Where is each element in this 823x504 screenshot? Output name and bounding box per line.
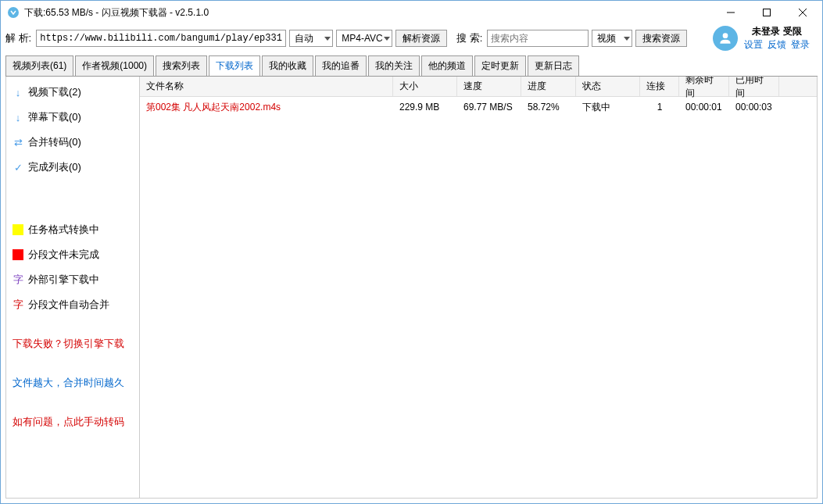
- window-title: 下载:65.53 MB/s - 闪豆视频下载器 - v2.5.1.0: [24, 6, 713, 20]
- cell-status: 下载中: [576, 101, 640, 114]
- url-input[interactable]: [36, 30, 286, 47]
- legend-label: 任务格式转换中: [28, 223, 99, 237]
- cell-filename: 第002集 凡人风起天南2002.m4s: [140, 101, 393, 114]
- legend-item: 分段文件未完成: [11, 245, 134, 264]
- user-links: 未登录 受限 设置 反馈 登录: [744, 25, 810, 52]
- main-panel: 文件名称 大小 速度 进度 状态 连接 剩余时间 已用时间 第002集 凡人风起…: [140, 77, 818, 499]
- legend-char-icon: 字: [13, 273, 23, 287]
- maximize-button[interactable]: [749, 1, 785, 24]
- legend-color-box: [13, 249, 23, 260]
- chevron-down-icon: [384, 37, 390, 41]
- col-header-conn[interactable]: 连接: [640, 77, 679, 96]
- parse-label: 解 析:: [5, 31, 31, 45]
- app-window: 下载:65.53 MB/s - 闪豆视频下载器 - v2.5.1.0 解 析: …: [0, 0, 823, 504]
- search-button[interactable]: 搜索资源: [635, 30, 687, 47]
- col-header-remain[interactable]: 剩余时间: [679, 77, 729, 96]
- chevron-down-icon: [324, 37, 331, 41]
- user-area: 未登录 受限 设置 反馈 登录: [713, 25, 818, 52]
- legend-item: 字 分段文件自动合并: [11, 295, 134, 314]
- window-controls: [713, 1, 821, 24]
- col-header-elapsed[interactable]: 已用时间: [729, 77, 779, 96]
- toolbar: 解 析: 自动 MP4-AVC 解析资源 搜 索: 视频 搜索资源 未登录 受限…: [1, 24, 822, 52]
- sidebar-note-switch-engine[interactable]: 下载失败？切换引擎下载: [11, 334, 134, 353]
- sidebar-item-label: 合并转码(0): [28, 135, 81, 149]
- sidebar-item-label: 弹幕下载(0): [28, 110, 81, 124]
- tab-7[interactable]: 他的频道: [421, 55, 473, 76]
- tab-3[interactable]: 下载列表: [209, 55, 260, 76]
- auto-combo[interactable]: 自动: [289, 30, 333, 47]
- tab-9[interactable]: 更新日志: [528, 55, 579, 76]
- download-icon: ↓: [13, 87, 23, 98]
- legend-char-icon: 字: [13, 298, 23, 312]
- sidebar-item-danmu-download[interactable]: ↓ 弹幕下载(0): [11, 108, 134, 127]
- search-type-combo[interactable]: 视频: [592, 30, 632, 47]
- sidebar-item-label: 视频下载(2): [28, 85, 81, 99]
- col-header-name[interactable]: 文件名称: [140, 77, 393, 96]
- avatar[interactable]: [713, 26, 738, 51]
- table-header: 文件名称 大小 速度 进度 状态 连接 剩余时间 已用时间: [140, 77, 817, 97]
- cell-elapsed: 00:00:03: [729, 102, 779, 113]
- sidebar: ↓ 视频下载(2) ↓ 弹幕下载(0) ⇄ 合并转码(0) ✓ 完成列表(0) …: [5, 77, 140, 499]
- cell-progress: 58.72%: [521, 102, 576, 113]
- cell-size: 229.9 MB: [393, 102, 457, 113]
- parse-button[interactable]: 解析资源: [395, 30, 447, 47]
- cell-conn: 1: [640, 102, 679, 113]
- tab-8[interactable]: 定时更新: [474, 55, 526, 76]
- col-header-progress[interactable]: 进度: [521, 77, 576, 96]
- sidebar-item-video-download[interactable]: ↓ 视频下载(2): [11, 83, 134, 102]
- col-header-size[interactable]: 大小: [393, 77, 457, 96]
- chevron-down-icon: [624, 37, 630, 41]
- check-icon: ✓: [13, 162, 23, 173]
- content: ↓ 视频下载(2) ↓ 弹幕下载(0) ⇄ 合并转码(0) ✓ 完成列表(0) …: [5, 76, 818, 499]
- table-row[interactable]: 第002集 凡人风起天南2002.m4s 229.9 MB 69.77 MB/S…: [140, 97, 817, 117]
- minimize-button[interactable]: [713, 1, 749, 24]
- legend-item: 字 外部引擎下载中: [11, 270, 134, 289]
- login-link[interactable]: 登录: [791, 38, 810, 52]
- titlebar: 下载:65.53 MB/s - 闪豆视频下载器 - v2.5.1.0: [1, 1, 822, 24]
- user-status: 未登录 受限: [752, 25, 801, 38]
- svg-point-0: [8, 7, 19, 18]
- col-header-speed[interactable]: 速度: [457, 77, 521, 96]
- legend-item: 任务格式转换中: [11, 220, 134, 239]
- tab-6[interactable]: 我的关注: [368, 55, 420, 76]
- cell-speed: 69.77 MB/S: [457, 102, 521, 113]
- tab-2[interactable]: 搜索列表: [156, 55, 207, 76]
- transfer-icon: ⇄: [13, 137, 23, 148]
- tab-0[interactable]: 视频列表(61): [5, 55, 73, 76]
- settings-link[interactable]: 设置: [744, 38, 763, 52]
- tabs: 视频列表(61)作者视频(1000)搜索列表下载列表我的收藏我的追番我的关注他的…: [1, 52, 822, 76]
- feedback-link[interactable]: 反馈: [768, 38, 786, 52]
- sidebar-item-merge-transcode[interactable]: ⇄ 合并转码(0): [11, 133, 134, 152]
- format-combo[interactable]: MP4-AVC: [336, 30, 392, 47]
- sidebar-note-manual-transcode[interactable]: 如有问题，点此手动转码: [11, 413, 134, 431]
- close-button[interactable]: [785, 1, 821, 24]
- sidebar-item-completed[interactable]: ✓ 完成列表(0): [11, 158, 134, 177]
- svg-point-5: [723, 33, 728, 38]
- col-header-status[interactable]: 状态: [576, 77, 640, 96]
- legend-label: 分段文件未完成: [28, 248, 99, 262]
- sidebar-note-merge-time: 文件越大，合并时间越久: [11, 374, 134, 392]
- download-icon: ↓: [13, 112, 23, 123]
- tab-4[interactable]: 我的收藏: [262, 55, 313, 76]
- search-label: 搜 索:: [456, 31, 482, 45]
- tab-5[interactable]: 我的追番: [315, 55, 367, 76]
- sidebar-item-label: 完成列表(0): [28, 160, 81, 174]
- tab-1[interactable]: 作者视频(1000): [75, 55, 154, 76]
- search-input[interactable]: [487, 30, 589, 47]
- svg-rect-2: [764, 9, 771, 16]
- legend-label: 分段文件自动合并: [28, 298, 109, 312]
- cell-remain: 00:00:01: [679, 102, 729, 113]
- legend-label: 外部引擎下载中: [28, 273, 99, 287]
- legend-color-box: [13, 224, 23, 235]
- app-icon: [7, 6, 20, 19]
